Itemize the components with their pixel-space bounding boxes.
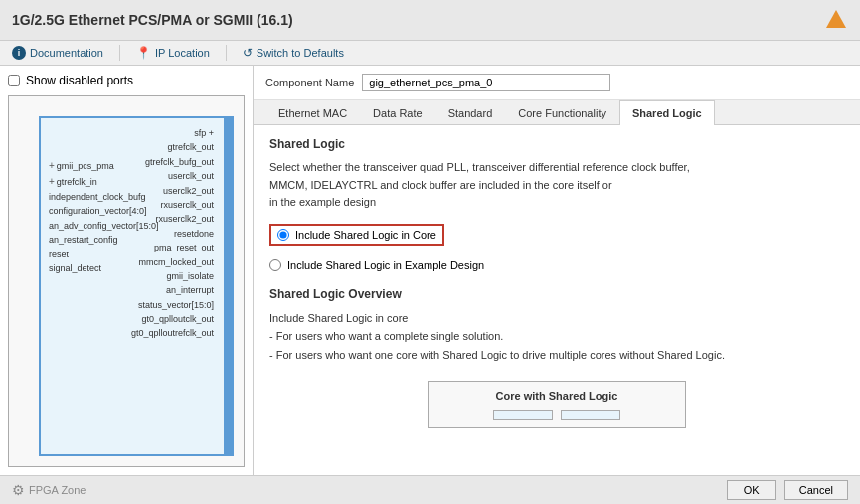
port-gmii-pcs-pma: + gmii_pcs_pma bbox=[49, 158, 159, 174]
show-disabled-ports-label: Show disabled ports bbox=[26, 74, 133, 87]
tabs-row: Ethernet MAC Data Rate Standard Core Fun… bbox=[254, 100, 860, 125]
tab-data-rate[interactable]: Data Rate bbox=[360, 100, 435, 125]
show-disabled-ports-checkbox[interactable] bbox=[8, 75, 20, 86]
refresh-icon: ↺ bbox=[243, 46, 253, 60]
tab-content: Shared Logic Select whether the transcei… bbox=[254, 125, 860, 475]
option-shared-logic-in-core[interactable]: Include Shared Logic in Core bbox=[269, 224, 444, 246]
brand-label: FPGA Zone bbox=[29, 484, 86, 496]
toolbar: i Documentation 📍 IP Location ↺ Switch t… bbox=[0, 41, 860, 66]
port-gt0-qplloutclk: gt0_qplloutclk_out bbox=[131, 312, 214, 326]
content-area: Show disabled ports sfp + gtrefclk_out g… bbox=[0, 66, 860, 475]
location-icon: 📍 bbox=[136, 46, 151, 60]
ok-button[interactable]: OK bbox=[727, 480, 776, 500]
shared-logic-desc: Select whether the transceiver quad PLL,… bbox=[269, 159, 844, 212]
overview-section: Shared Logic Overview Include Shared Log… bbox=[269, 287, 844, 365]
port-an-adv-config: an_adv_config_vector[15:0] bbox=[49, 219, 159, 233]
core-diagram: Core with Shared Logic bbox=[428, 381, 686, 428]
port-bar bbox=[224, 118, 232, 454]
ip-location-button[interactable]: 📍 IP Location bbox=[136, 46, 210, 60]
core-diagram-title: Core with Shared Logic bbox=[436, 390, 677, 402]
overview-text: Include Shared Logic in core - For users… bbox=[269, 309, 844, 365]
port-gtrefclk-in: + gtrefclk_in bbox=[49, 174, 159, 190]
info-icon: i bbox=[12, 46, 26, 60]
option2-label: Include Shared Logic in Example Design bbox=[287, 259, 484, 271]
port-an-restart: an_restart_config bbox=[49, 233, 159, 247]
core-diagram-boxes bbox=[436, 410, 677, 420]
left-ports-container: + gmii_pcs_pma + gtrefclk_in independent… bbox=[49, 158, 159, 275]
svg-marker-0 bbox=[826, 10, 846, 28]
port-an-interrupt: an_interrupt bbox=[131, 283, 214, 297]
left-panel: Show disabled ports sfp + gtrefclk_out g… bbox=[0, 66, 254, 475]
core-box-2 bbox=[561, 410, 620, 420]
port-signal-detect: signal_detect bbox=[49, 261, 159, 275]
show-ports-row: Show disabled ports bbox=[8, 74, 245, 87]
ip-location-label: IP Location bbox=[155, 47, 210, 59]
footer: ⚙ FPGA Zone OK Cancel bbox=[0, 475, 860, 504]
option1-label: Include Shared Logic in Core bbox=[295, 229, 436, 241]
title-bar: 1G/2.5G Ethernet PCS/PMA or SGMII (16.1) bbox=[0, 0, 860, 41]
radio-shared-logic-core[interactable] bbox=[277, 229, 289, 241]
block-inner: sfp + gtrefclk_out gtrefclk_bufg_out use… bbox=[39, 116, 234, 456]
tab-core-functionality[interactable]: Core Functionality bbox=[505, 100, 619, 125]
port-sfp: sfp + bbox=[131, 126, 214, 140]
component-name-label: Component Name bbox=[265, 77, 354, 88]
toolbar-divider bbox=[119, 45, 120, 61]
footer-buttons: OK Cancel bbox=[727, 480, 848, 500]
block-diagram: sfp + gtrefclk_out gtrefclk_bufg_out use… bbox=[8, 95, 245, 467]
window-title: 1G/2.5G Ethernet PCS/PMA or SGMII (16.1) bbox=[12, 12, 293, 28]
port-gtrefclk-out: gtrefclk_out bbox=[131, 140, 214, 154]
component-name-row: Component Name bbox=[254, 66, 860, 100]
right-panel: Component Name Ethernet MAC Data Rate St… bbox=[254, 66, 860, 475]
port-status-vector: status_vector[15:0] bbox=[131, 298, 214, 312]
core-box-1 bbox=[493, 410, 553, 420]
port-reset: reset bbox=[49, 248, 159, 261]
radio-shared-logic-example[interactable] bbox=[269, 259, 281, 271]
brand-icon: ⚙ bbox=[12, 482, 25, 498]
footer-brand: ⚙ FPGA Zone bbox=[12, 482, 86, 498]
xilinx-logo-icon bbox=[824, 8, 848, 32]
overview-title: Shared Logic Overview bbox=[269, 287, 844, 301]
switch-defaults-label: Switch to Defaults bbox=[257, 47, 344, 59]
documentation-label: Documentation bbox=[30, 47, 103, 59]
switch-defaults-button[interactable]: ↺ Switch to Defaults bbox=[243, 46, 344, 60]
port-independent-clock: independent_clock_bufg bbox=[49, 190, 159, 204]
toolbar-divider2 bbox=[226, 45, 227, 61]
port-config-vector: configuration_vector[4:0] bbox=[49, 204, 159, 218]
port-gt0-qplloutrefclk: gt0_qplloutrefclk_out bbox=[131, 326, 214, 340]
cancel-button[interactable]: Cancel bbox=[784, 480, 848, 500]
tab-ethernet-mac[interactable]: Ethernet MAC bbox=[265, 100, 360, 125]
documentation-button[interactable]: i Documentation bbox=[12, 46, 103, 60]
tab-standard[interactable]: Standard bbox=[435, 100, 506, 125]
tab-shared-logic[interactable]: Shared Logic bbox=[619, 100, 715, 125]
component-name-input[interactable] bbox=[362, 74, 610, 91]
main-window: 1G/2.5G Ethernet PCS/PMA or SGMII (16.1)… bbox=[0, 0, 860, 504]
shared-logic-title: Shared Logic bbox=[269, 137, 844, 151]
option-shared-logic-example[interactable]: Include Shared Logic in Example Design bbox=[269, 259, 844, 271]
